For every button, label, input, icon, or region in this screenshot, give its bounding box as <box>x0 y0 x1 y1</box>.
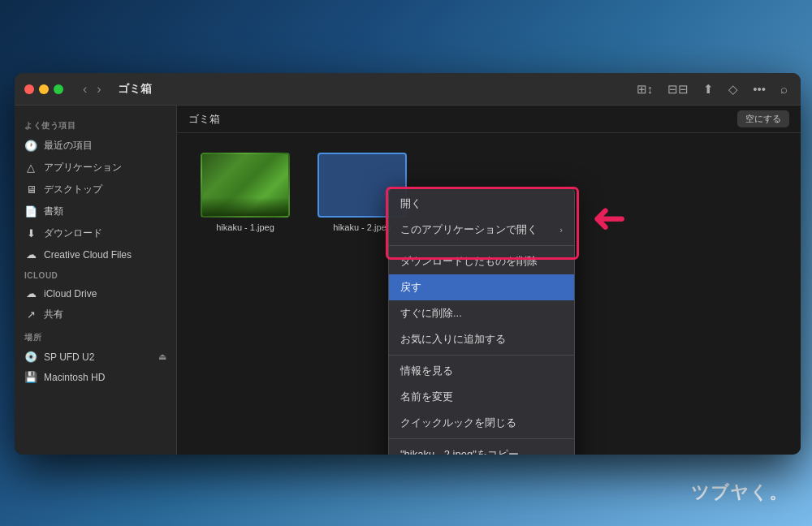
window-title: ゴミ箱 <box>118 82 152 97</box>
maximize-button[interactable] <box>54 84 63 94</box>
share-icon[interactable]: ⬆ <box>700 80 717 98</box>
main-content: ゴミ箱 空にする hikaku - 1.jpeg hikaku - 2.jpeg… <box>177 106 801 455</box>
ctx-item-add-favorite[interactable]: お気に入りに追加する <box>389 326 574 352</box>
clock-icon: 🕐 <box>24 140 37 152</box>
close-button[interactable] <box>24 84 34 94</box>
desktop-icon: 🖥 <box>24 183 37 196</box>
brand-text: ツブヤく。 <box>691 481 788 505</box>
sidebar-item-sp-ufd[interactable]: 💿 SP UFD U2 ⏏ <box>15 347 176 367</box>
sidebar-item-macintosh-hd[interactable]: 💾 Macintosh HD <box>15 367 176 387</box>
ctx-item-copy[interactable]: "hikaku - 2.jpeg"をコピー <box>389 442 574 455</box>
search-icon[interactable]: ⌕ <box>777 80 791 97</box>
view-options-icon[interactable]: ⊟⊟ <box>664 80 692 98</box>
sidebar-section-icloud-label: iCloud <box>15 265 176 283</box>
sidebar-item-icloud-drive[interactable]: ☁ iCloud Drive <box>15 283 176 304</box>
finder-body: よく使う項目 🕐 最近の項目 △ アプリケーション 🖥 デスクトップ 📄 書類 … <box>15 106 801 455</box>
sidebar-item-downloads[interactable]: ⬇ ダウンロード <box>15 222 176 244</box>
ctx-item-restore[interactable]: 戻す <box>389 274 574 300</box>
back-button[interactable]: ‹ <box>80 80 90 98</box>
file-name-1: hikaku - 1.jpeg <box>197 222 294 232</box>
ctx-item-delete-download[interactable]: ダウンロードしたものを削除 <box>389 248 574 274</box>
sidebar: よく使う項目 🕐 最近の項目 △ アプリケーション 🖥 デスクトップ 📄 書類 … <box>15 106 177 455</box>
title-bar: ‹ › ゴミ箱 ⊞↕ ⊟⊟ ⬆ ◇ ••• ⌕ <box>15 73 801 106</box>
empty-trash-button[interactable]: 空にする <box>737 110 789 127</box>
forward-button[interactable]: › <box>93 80 104 98</box>
grid-view-icon[interactable]: ⊞↕ <box>633 80 657 98</box>
file-thumbnail-1 <box>201 153 290 218</box>
sidebar-section-favorites-label: よく使う項目 <box>15 114 176 135</box>
ctx-separator-2 <box>389 355 574 356</box>
main-header: ゴミ箱 空にする <box>177 106 801 133</box>
ctx-item-rename[interactable]: 名前を変更 <box>389 384 574 410</box>
sidebar-item-applications[interactable]: △ アプリケーション <box>15 157 176 179</box>
more-icon[interactable]: ••• <box>749 80 769 97</box>
file-item-1[interactable]: hikaku - 1.jpeg <box>197 153 294 232</box>
eject-icon[interactable]: ⏏ <box>158 351 166 362</box>
submenu-arrow-icon: › <box>559 225 563 235</box>
sidebar-item-desktop[interactable]: 🖥 デスクトップ <box>15 179 176 200</box>
nav-buttons: ‹ › <box>80 80 105 98</box>
traffic-lights <box>24 84 63 94</box>
toolbar: ⊞↕ ⊟⊟ ⬆ ◇ ••• ⌕ <box>633 80 791 98</box>
documents-icon: 📄 <box>24 205 37 218</box>
finder-window: ‹ › ゴミ箱 ⊞↕ ⊟⊟ ⬆ ◇ ••• ⌕ よく使う項目 🕐 最近の項目 △… <box>15 73 801 455</box>
ctx-item-delete-immediately[interactable]: すぐに削除... <box>389 300 574 326</box>
applications-icon: △ <box>24 162 37 174</box>
sidebar-section-places-label: 場所 <box>15 326 176 347</box>
context-menu: 開く このアプリケーションで開く › ダウンロードしたものを削除 戻す すぐに削… <box>388 187 575 455</box>
ctx-separator-1 <box>389 245 574 246</box>
shared-icon: ↗ <box>24 308 37 321</box>
creative-cloud-icon: ☁ <box>24 248 37 261</box>
ctx-item-get-info[interactable]: 情報を見る <box>389 358 574 384</box>
current-folder-title: ゴミ箱 <box>188 112 220 127</box>
ctx-item-open-with[interactable]: このアプリケーションで開く › <box>389 217 574 243</box>
hd-icon: 💾 <box>24 371 37 383</box>
ctx-separator-3 <box>389 438 574 439</box>
sidebar-item-shared[interactable]: ↗ 共有 <box>15 304 176 326</box>
ctx-item-open[interactable]: 開く <box>389 191 574 217</box>
icloud-drive-icon: ☁ <box>24 287 37 300</box>
ctx-item-close-quicklook[interactable]: クイックルックを閉じる <box>389 410 574 436</box>
tag-icon[interactable]: ◇ <box>725 80 741 98</box>
sidebar-item-creative-cloud[interactable]: ☁ Creative Cloud Files <box>15 244 176 265</box>
downloads-icon: ⬇ <box>24 227 37 239</box>
sidebar-item-documents[interactable]: 📄 書類 <box>15 200 176 222</box>
drive-icon: 💿 <box>24 351 37 363</box>
sidebar-item-recents[interactable]: 🕐 最近の項目 <box>15 135 176 157</box>
minimize-button[interactable] <box>39 84 49 94</box>
